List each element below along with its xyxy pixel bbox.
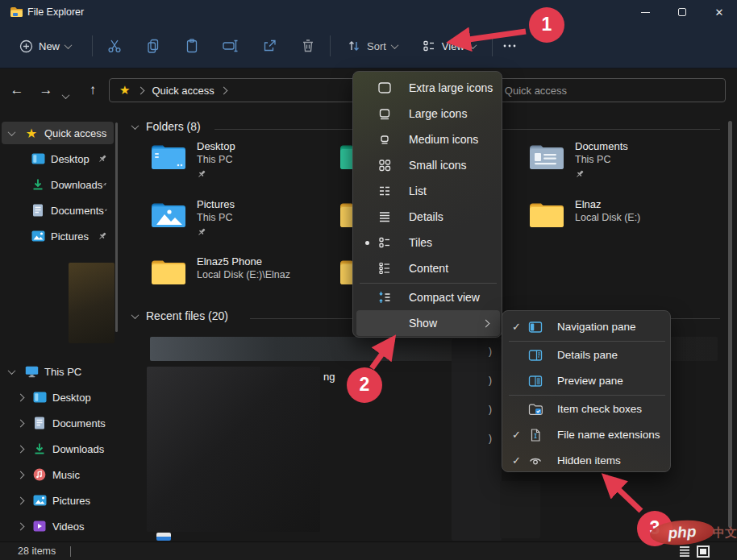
- sidebar-item-label: Documents: [52, 417, 106, 429]
- sort-button[interactable]: Sort: [339, 31, 406, 60]
- back-button[interactable]: ←: [5, 78, 29, 102]
- sidebar-item-pc-videos[interactable]: Videos: [2, 515, 114, 537]
- close-button[interactable]: ✕: [701, 0, 737, 24]
- folder-tile-desktop[interactable]: Desktop This PC: [150, 142, 187, 174]
- folder-tile-elnaz[interactable]: Elnaz Local Disk (E:): [528, 200, 565, 232]
- maximize-icon: [678, 8, 686, 16]
- sidebar-item-pc-documents[interactable]: Documents: [2, 412, 114, 434]
- sidebar-item-pc-desktop[interactable]: Desktop: [2, 386, 114, 409]
- command-toolbar: New Sort View: [0, 24, 737, 68]
- folder-tile-pictures[interactable]: Pictures This PC: [150, 200, 187, 232]
- submenu-item-details-pane[interactable]: Details pane: [506, 342, 668, 367]
- chevron-right-icon: [17, 445, 25, 453]
- sidebar-item-label: Downloads: [51, 179, 102, 191]
- pictures-icon: [32, 493, 47, 508]
- selected-bullet: [356, 241, 377, 245]
- folder-tile-documents[interactable]: Documents This PC: [528, 142, 565, 174]
- chevron-right-icon: [17, 393, 25, 401]
- submenu-item-navigation-pane[interactable]: ✓ Navigation pane: [506, 314, 668, 339]
- menu-item-medium-icons[interactable]: Medium icons: [356, 127, 500, 152]
- forward-button[interactable]: →: [34, 78, 58, 102]
- chevron-right-icon: [137, 86, 145, 94]
- menu-item-list[interactable]: List: [356, 178, 500, 204]
- breadcrumb[interactable]: Quick access: [148, 85, 217, 97]
- sidebar-item-quick-access[interactable]: ★ Quick access: [2, 122, 114, 144]
- sidebar-item-pictures[interactable]: Pictures: [2, 225, 114, 247]
- sidebar-item-pc-pictures[interactable]: Pictures: [2, 489, 114, 512]
- submenu-item-label: File name extensions: [557, 429, 660, 441]
- menu-item-content[interactable]: Content: [356, 255, 500, 281]
- pin-icon: [104, 205, 107, 215]
- checkmark-icon: ✓: [506, 321, 528, 333]
- filename-fragment: ng: [323, 371, 335, 384]
- sidebar-item-label: Documents: [51, 205, 104, 217]
- redacted-file-item[interactable]: [500, 481, 540, 538]
- minimize-button[interactable]: [627, 0, 664, 24]
- paste-button[interactable]: [183, 31, 201, 60]
- submenu-item-hidden-items[interactable]: ✓ Hidden items: [506, 448, 668, 473]
- paste-icon: [184, 38, 200, 54]
- submenu-item-label: Hidden items: [557, 454, 621, 467]
- up-button[interactable]: ↑: [81, 78, 105, 102]
- folders-section-title: Folders (8): [146, 120, 201, 133]
- menu-item-details[interactable]: Details: [356, 204, 500, 230]
- preview-pane-icon: [528, 375, 551, 388]
- star-icon: ★: [24, 126, 39, 140]
- folders-section-header[interactable]: Folders (8): [132, 120, 201, 133]
- window-scrollbar[interactable]: [728, 121, 732, 528]
- music-icon: [32, 467, 47, 482]
- submenu-item-preview-pane[interactable]: Preview pane: [506, 368, 668, 393]
- rename-button[interactable]: [222, 31, 239, 60]
- sidebar-item-label: Quick access: [44, 127, 106, 139]
- sidebar-item-pc-music[interactable]: Music: [2, 463, 114, 486]
- small-icons-icon: [377, 158, 402, 172]
- menu-item-label: Content: [409, 262, 448, 275]
- redacted-file-column[interactable]: [452, 339, 502, 541]
- new-button[interactable]: New: [11, 31, 79, 60]
- menu-item-tiles[interactable]: Tiles: [356, 230, 500, 255]
- tile-sub: This PC: [575, 153, 704, 166]
- tiles-icon: [377, 235, 402, 250]
- sidebar-item-this-pc[interactable]: This PC: [2, 360, 114, 383]
- folder-blue-icon: [150, 142, 187, 171]
- sidebar-scrollbar[interactable]: [115, 122, 118, 332]
- sidebar-item-label: Pictures: [51, 230, 89, 243]
- menu-item-compact-view[interactable]: Compact view: [356, 284, 500, 310]
- submenu-item-item-check-boxes[interactable]: Item check boxes: [506, 396, 668, 421]
- sidebar-item-desktop[interactable]: Desktop: [2, 147, 114, 170]
- view-icon: [422, 39, 436, 53]
- menu-item-small-icons[interactable]: Small icons: [356, 152, 500, 178]
- folder-tile-elnaz5-phone[interactable]: Elnaz5 Phone Local Disk (E:)\Elnaz: [150, 257, 187, 289]
- recent-locations-button[interactable]: [63, 88, 69, 102]
- recent-files-section-header[interactable]: Recent files (20): [132, 309, 228, 322]
- details-view-toggle-icon[interactable]: [678, 545, 691, 558]
- sidebar-item-documents[interactable]: Documents: [2, 199, 114, 222]
- chevron-right-icon: [219, 86, 227, 94]
- share-button[interactable]: [260, 31, 278, 60]
- sidebar-item-downloads[interactable]: Downloads: [2, 173, 114, 196]
- extra-large-icons-icon: [377, 81, 402, 95]
- tile-name: Desktop: [197, 140, 318, 153]
- menu-item-large-icons[interactable]: Large icons: [356, 101, 500, 127]
- cut-button[interactable]: [106, 31, 123, 60]
- details-icon: [377, 209, 402, 224]
- chevron-down-icon: [131, 122, 139, 130]
- submenu-item-file-name-extensions[interactable]: ✓ File name extensions: [506, 422, 668, 447]
- menu-item-label: Compact view: [409, 291, 480, 304]
- copy-button[interactable]: [144, 31, 162, 60]
- redacted-file-thumbnail[interactable]: [147, 367, 320, 532]
- delete-button[interactable]: [299, 31, 317, 60]
- see-more-button[interactable]: [501, 31, 518, 60]
- tile-name: Elnaz: [575, 198, 704, 211]
- view-button[interactable]: View: [414, 31, 484, 60]
- sidebar-item-pc-downloads[interactable]: Downloads: [2, 438, 114, 460]
- thumbnail-view-toggle-icon[interactable]: [697, 545, 710, 558]
- menu-item-label: Tiles: [409, 236, 432, 249]
- menu-item-show[interactable]: Show: [356, 310, 500, 336]
- maximize-button[interactable]: [664, 0, 701, 24]
- tile-name: Elnaz5 Phone: [197, 255, 334, 268]
- sidebar-item-label: Music: [52, 469, 80, 481]
- menu-separator: [509, 341, 665, 342]
- menu-item-extra-large-icons[interactable]: Extra large icons: [356, 75, 500, 101]
- menu-item-label: Extra large icons: [409, 81, 493, 94]
